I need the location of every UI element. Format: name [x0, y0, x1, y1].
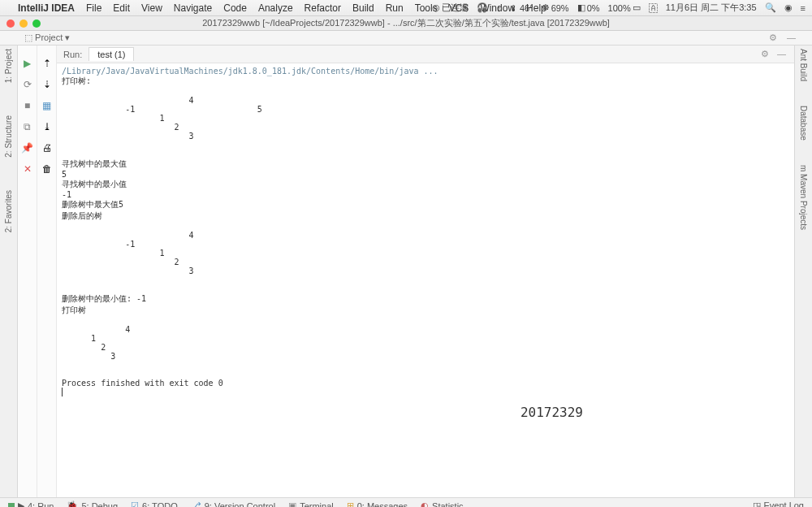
scroll-end-icon[interactable]: ⤓	[41, 120, 54, 133]
tool-project-tab[interactable]: 1: Project	[4, 49, 13, 83]
tool-messages-tab[interactable]: ⊞0: Messages	[347, 500, 408, 507]
cpu-icon: ◧0%	[577, 2, 600, 13]
bug-icon: 🐞	[67, 500, 78, 507]
fan-value: 69%	[551, 3, 569, 13]
tool-todo-tab[interactable]: ☑6: TODO	[131, 500, 178, 507]
statistic-icon: ◐	[421, 500, 429, 507]
tool-vcs-label: 9: Version Control	[205, 501, 275, 508]
tool-debug-label: 5: Debug	[81, 501, 118, 508]
window-close-button[interactable]	[6, 20, 15, 28]
event-log-tab[interactable]: ◳ Event Log	[753, 500, 804, 507]
bottom-tool-stripe: ▶ 4: Run 🐞5: Debug ☑6: TODO ⎇9: Version …	[0, 497, 812, 507]
run-tab-bar: Run: test (1) ⚙ —	[57, 46, 794, 63]
tool-terminal-tab[interactable]: ▣Terminal	[288, 500, 334, 507]
spotlight-icon[interactable]: 🔍	[765, 2, 776, 13]
stop-icon[interactable]: ■	[21, 99, 34, 112]
battery-value: 100%	[608, 3, 631, 13]
netspeed-icon: ↕	[496, 3, 501, 13]
tool-run-tab[interactable]: ▶ 4: Run	[8, 500, 54, 507]
wifi-label: 已连满	[442, 2, 469, 14]
project-dropdown[interactable]: ⬚ Project ▾	[24, 32, 70, 43]
up-stack-icon[interactable]: ⇡	[41, 57, 54, 70]
headphones-icon[interactable]: 🎧	[477, 2, 488, 13]
menu-run[interactable]: Run	[386, 2, 404, 14]
tool-statistic-label: Statistic	[432, 501, 464, 508]
window-titlebar: 20172329wwb [~/IdeaProjects/20172329wwb]…	[0, 16, 812, 31]
navigation-bar: ⬚ Project ▾ ⚙ —	[0, 31, 812, 46]
tool-structure-tab[interactable]: 2: Structure	[4, 115, 13, 158]
workspace: 1: Project 2: Structure 2: Favorites ▶ ⟳…	[0, 46, 812, 497]
run-tool-window: Run: test (1) ⚙ — /Library/Java/JavaVirt…	[57, 46, 794, 497]
tool-run-label: 4: Run	[28, 501, 54, 508]
tool-debug-tab[interactable]: 🐞5: Debug	[67, 500, 118, 507]
console-command-line: /Library/Java/JavaVirtualMachines/jdk1.8…	[62, 67, 438, 76]
temp-value: 46°	[520, 3, 533, 13]
menu-refactor[interactable]: Refactor	[304, 2, 341, 14]
tool-vcs-tab[interactable]: ⎇9: Version Control	[191, 500, 275, 507]
run-label: Run:	[63, 50, 82, 59]
traffic-lights	[6, 20, 41, 28]
tool-database-tab[interactable]: Database	[799, 106, 808, 141]
vcs-icon: ⎇	[191, 500, 201, 507]
tool-messages-label: 0: Messages	[357, 501, 408, 508]
menu-view[interactable]: View	[141, 2, 162, 14]
tool-terminal-label: Terminal	[300, 501, 334, 508]
run-gutter-actions: ▶ ⟳ ■ ⧉ 📌 ✕	[18, 46, 37, 497]
dump-threads-icon[interactable]: ⧉	[21, 120, 34, 133]
tool-statistic-tab[interactable]: ◐Statistic	[421, 500, 464, 507]
fan-icon: ☸69%	[542, 2, 569, 13]
pin-icon[interactable]: 📌	[21, 141, 34, 154]
tool-todo-label: 6: TODO	[142, 501, 178, 508]
menu-edit[interactable]: Edit	[113, 2, 130, 14]
menu-analyze[interactable]: Analyze	[258, 2, 293, 14]
clear-icon[interactable]: 🗑	[41, 162, 54, 176]
console-output[interactable]: /Library/Java/JavaVirtualMachines/jdk1.8…	[57, 63, 794, 497]
run-icon[interactable]: ▶	[21, 57, 34, 70]
rerun-icon[interactable]: ⟳	[21, 78, 34, 91]
soft-wrap-icon[interactable]: ▦	[41, 99, 54, 112]
watermark-text: 20172329	[520, 405, 583, 420]
notification-center-icon[interactable]: ≡	[801, 3, 806, 13]
run-config-tab[interactable]: test (1)	[89, 47, 134, 61]
cpu-value: 0%	[587, 3, 600, 13]
app-menu[interactable]: IntelliJ IDEA	[18, 2, 75, 14]
window-title: 20172329wwb [~/IdeaProjects/20172329wwb]…	[0, 17, 812, 29]
console-exit-line: Process finished with exit code 0	[62, 379, 223, 388]
down-stack-icon[interactable]: ⇣	[41, 78, 54, 91]
siri-icon[interactable]: ◉	[784, 2, 793, 13]
window-minimize-button[interactable]	[19, 20, 28, 28]
print-icon[interactable]: 🖨	[41, 141, 54, 154]
temp-icon: 🌡46°	[509, 3, 533, 13]
menu-navigate[interactable]: Navigate	[174, 2, 212, 14]
console-cursor	[62, 388, 63, 396]
run-hide-icon[interactable]: —	[777, 49, 786, 59]
tool-maven-tab[interactable]: m Maven Projects	[799, 165, 808, 230]
menubar-status: ◎ 已连满 🎧 ↕ 🌡46° ☸69% ◧0% 100% ▭ 🇦 11月6日 周…	[432, 2, 806, 14]
toolbar-gear-icon[interactable]: ⚙	[769, 32, 777, 43]
wifi-status-icon[interactable]: ◎ 已连满	[432, 2, 469, 14]
left-tool-stripe: 1: Project 2: Structure 2: Favorites	[0, 46, 18, 497]
input-source-icon[interactable]: 🇦	[649, 3, 658, 13]
window-maximize-button[interactable]	[32, 20, 41, 28]
tool-favorites-tab[interactable]: 2: Favorites	[4, 190, 13, 232]
messages-icon: ⊞	[347, 500, 354, 507]
close-panel-icon[interactable]: ✕	[21, 162, 34, 176]
run-gutter-secondary: ⇡ ⇣ ▦ ⤓ 🖨 🗑	[37, 46, 57, 497]
terminal-icon: ▣	[288, 500, 296, 507]
clock[interactable]: 11月6日 周二 下午3:35	[666, 2, 757, 14]
event-log-label: Event Log	[763, 500, 804, 507]
tool-ant-build-tab[interactable]: Ant Build	[799, 49, 808, 81]
todo-icon: ☑	[131, 500, 139, 507]
console-body: 打印树: 4 -1 5 1 2 3 寻找树中的最大值 5 寻找树中的最小值 -1…	[62, 76, 262, 361]
toolbar-minimize-icon[interactable]: —	[787, 32, 796, 43]
macos-menubar: IntelliJ IDEA File Edit View Navigate Co…	[0, 0, 812, 16]
menu-build[interactable]: Build	[352, 2, 374, 14]
right-tool-stripe: Ant Build Database m Maven Projects	[794, 46, 812, 497]
menu-code[interactable]: Code	[223, 2, 247, 14]
battery-icon[interactable]: 100% ▭	[608, 2, 641, 13]
menu-file[interactable]: File	[86, 2, 102, 14]
run-settings-icon[interactable]: ⚙	[761, 49, 769, 59]
run-green-icon	[8, 503, 15, 508]
